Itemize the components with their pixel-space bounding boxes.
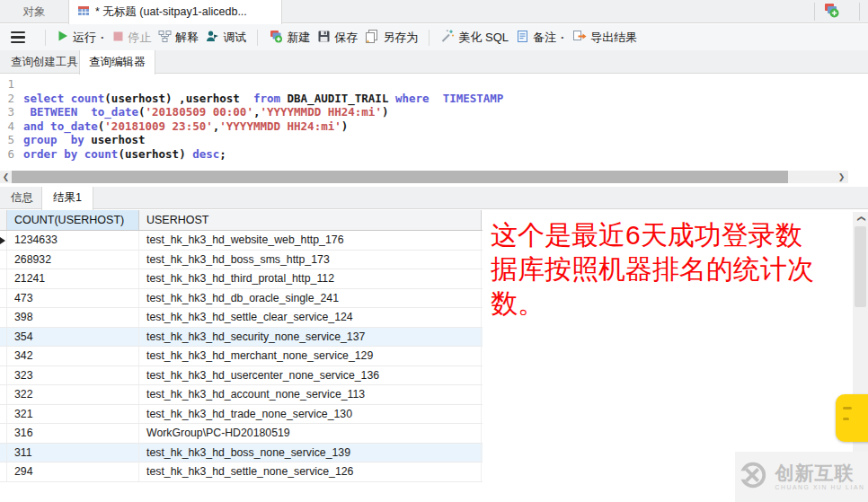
cell-count[interactable]: 321 [7, 405, 139, 424]
row-gutter[interactable] [0, 231, 7, 250]
cell-userhost[interactable]: test_hk_hk3_hd_trade_none_service_130 [139, 405, 482, 424]
yellow-sticker[interactable] [836, 394, 868, 442]
cell-count[interactable]: 322 [7, 385, 139, 404]
tab-query-builder[interactable]: 查询创建工具 [2, 50, 87, 74]
cell-userhost[interactable]: test_hk_hk3_hd_third_protal_http_112 [139, 269, 482, 288]
watermark: 创新互联 CHUANG XIN HU LIAN [735, 452, 868, 502]
table-row[interactable]: 268932test_hk_hk3_hd_boss_sms_http_173 [0, 251, 483, 270]
cell-count[interactable]: 323 [7, 366, 139, 385]
cell-userhost[interactable]: test_hk_hk3_hd_boss_sms_http_173 [139, 251, 482, 269]
table-row[interactable]: 311test_hk_hk3_hd_boss_none_service_139 [0, 444, 483, 463]
cell-count[interactable]: 311 [7, 444, 139, 462]
code-line[interactable]: 5group by userhost [0, 133, 848, 147]
run-button[interactable]: 运行 · [53, 28, 109, 48]
line-number: 2 [0, 92, 23, 106]
column-header-count[interactable]: COUNT(USERHOST) [7, 210, 139, 230]
table-row[interactable]: 21241test_hk_hk3_hd_third_protal_http_11… [0, 269, 483, 289]
cell-userhost[interactable]: test_hk_hk3_hd_website_web_http_176 [139, 231, 482, 250]
row-gutter[interactable] [0, 328, 7, 347]
comment-dropdown[interactable]: · [561, 31, 564, 44]
cell-count[interactable]: 1234633 [7, 231, 139, 250]
cell-count[interactable]: 21241 [7, 269, 139, 288]
table-row[interactable]: 322test_hk_hk3_hd_account_none_service_1… [0, 385, 483, 405]
menu-button[interactable] [11, 31, 25, 44]
cell-count[interactable]: 316 [7, 424, 139, 443]
cell-count[interactable]: 473 [7, 289, 139, 308]
tab-result1[interactable]: 结果1 [41, 187, 93, 210]
table-row[interactable]: 321test_hk_hk3_hd_trade_none_service_130 [0, 405, 483, 425]
row-gutter[interactable] [0, 347, 7, 365]
sql-editor[interactable]: 12select count(userhost) ,userhost from … [0, 75, 848, 171]
table-row[interactable]: 1234633test_hk_hk3_hd_website_web_http_1… [0, 231, 483, 251]
tab-objects[interactable]: 对象 [0, 0, 68, 23]
row-gutter[interactable] [0, 251, 7, 269]
row-gutter[interactable] [0, 269, 7, 288]
scroll-right-icon[interactable]: ❯ [836, 171, 847, 183]
tab-query-untitled[interactable]: * 无标题 (uat-sitpay1-alicedb... [68, 0, 282, 24]
new-query-tab-button[interactable] [820, 2, 842, 22]
cell-count[interactable]: 342 [7, 347, 139, 365]
explain-button[interactable]: 解释 [155, 28, 202, 48]
comment-button[interactable]: 备注 · [512, 28, 569, 48]
code-line[interactable]: 1 [0, 77, 848, 92]
vscroll-thumb[interactable] [855, 226, 866, 307]
cell-userhost[interactable]: test_hk_hk3_hd_usercenter_none_service_1… [139, 366, 482, 385]
debug-button[interactable]: 调试 [202, 28, 250, 48]
grid-header-row: COUNT(USERHOST) USERHOST [0, 210, 483, 231]
code-text: group by userhost [23, 133, 146, 147]
code-line[interactable]: 3 BETWEEN to_date('20180509 00:00','YYYY… [0, 105, 848, 119]
row-gutter[interactable] [0, 366, 7, 385]
cell-count[interactable]: 354 [7, 328, 139, 347]
export-result-button[interactable]: 导出结果 [569, 27, 641, 48]
new-button[interactable]: 新建 [265, 27, 314, 48]
annotation-line: 这个是最近6天成功登录数 [491, 218, 859, 252]
row-gutter[interactable] [0, 444, 7, 462]
table-row[interactable]: 342test_hk_hk3_hd_merchant_none_service_… [0, 347, 483, 366]
table-row[interactable]: 294test_hk_hk3_hd_settle_none_service_12… [0, 462, 483, 482]
code-line[interactable]: 4and to_date('20181009 23:50','YYYYMMDD … [0, 119, 848, 134]
cell-userhost[interactable]: WorkGroup\PC-HD20180519 [139, 424, 482, 443]
row-gutter[interactable] [0, 405, 7, 424]
code-line[interactable]: 2select count(userhost) ,userhost from D… [0, 92, 848, 106]
tab-info[interactable]: 信息 [0, 187, 44, 209]
save-button[interactable]: 保存 [314, 28, 361, 48]
cell-userhost[interactable]: test_hk_hk3_hd_settle_clear_service_124 [139, 308, 482, 327]
code-text: select count(userhost) ,userhost from DB… [23, 92, 503, 106]
hscroll-thumb[interactable] [12, 171, 788, 183]
cell-count[interactable]: 294 [7, 462, 139, 481]
code-line[interactable]: 6order by count(userhost) desc; [0, 147, 848, 162]
run-dropdown[interactable]: · [101, 31, 104, 44]
row-gutter[interactable] [0, 289, 7, 308]
beautify-sql-button[interactable]: 美化 SQL [437, 27, 512, 48]
cell-userhost[interactable]: test_hk_hk3_hd_merchant_none_service_129 [139, 347, 482, 365]
table-row[interactable]: 473test_hk_hk3_hd_db_oracle_single_241 [0, 289, 483, 309]
table-row[interactable]: 354test_hk_hk3_hd_security_none_service_… [0, 328, 483, 348]
row-gutter[interactable] [0, 462, 7, 481]
row-gutter[interactable] [0, 424, 7, 443]
table-row[interactable]: 398test_hk_hk3_hd_settle_clear_service_1… [0, 308, 483, 328]
table-row[interactable]: 316WorkGroup\PC-HD20180519 [0, 424, 483, 444]
editor-hscrollbar[interactable]: ❮ ❯ [0, 171, 848, 183]
cell-userhost[interactable]: test_hk_hk3_hd_db_oracle_single_241 [139, 289, 482, 308]
scroll-up-icon[interactable]: ❯ [854, 211, 867, 226]
cell-userhost[interactable]: test_hk_hk3_hd_account_none_service_113 [139, 385, 482, 404]
cell-count[interactable]: 268932 [7, 251, 139, 269]
save-as-button[interactable]: 另存为 [361, 27, 421, 48]
cell-userhost[interactable]: test_hk_hk3_hd_boss_none_service_139 [139, 444, 482, 462]
watermark-subtitle: CHUANG XIN HU LIAN [775, 485, 864, 491]
scroll-left-icon[interactable]: ❮ [0, 171, 12, 183]
row-gutter[interactable] [0, 308, 7, 327]
stop-label: 停止 [128, 30, 151, 46]
watermark-title: 创新互联 [775, 463, 864, 482]
debug-label: 调试 [223, 30, 246, 46]
cell-count[interactable]: 398 [7, 308, 139, 327]
row-gutter[interactable] [0, 385, 7, 404]
tab-query-editor[interactable]: 查询编辑器 [79, 50, 155, 75]
column-header-userhost[interactable]: USERHOST [139, 210, 482, 230]
cell-userhost[interactable]: test_hk_hk3_hd_security_none_service_137 [139, 328, 482, 347]
comment-label: 备注 [533, 30, 556, 46]
cell-userhost[interactable]: test_hk_hk3_hd_settle_none_service_126 [139, 462, 482, 481]
stop-button[interactable]: 停止 [109, 28, 155, 48]
grid-body: 1234633test_hk_hk3_hd_website_web_http_1… [0, 231, 483, 482]
table-row[interactable]: 323test_hk_hk3_hd_usercenter_none_servic… [0, 366, 483, 386]
